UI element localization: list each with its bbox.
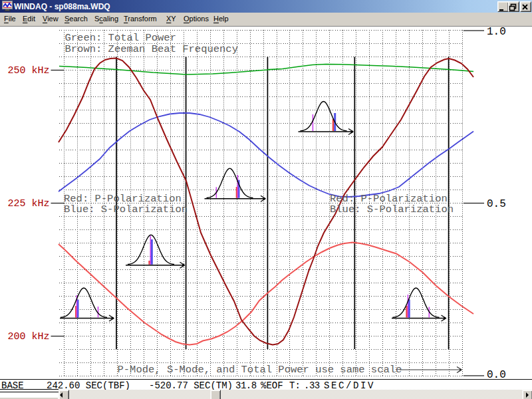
svg-text:0.5: 0.5 — [487, 198, 506, 210]
svg-text:1.0: 1.0 — [487, 26, 506, 38]
svg-text:Brown: Zeeman Beat Frequency: Brown: Zeeman Beat Frequency — [65, 43, 238, 55]
svg-text:P-Mode, S-Mode, and Total Powe: P-Mode, S-Mode, and Total Power use same… — [118, 364, 402, 376]
svg-text:Green: Total Power: Green: Total Power — [65, 32, 176, 44]
svg-text:Blue: S-Polarization: Blue: S-Polarization — [330, 203, 454, 215]
svg-text:250 kHz: 250 kHz — [8, 65, 50, 76]
svg-text:225 kHz: 225 kHz — [8, 198, 50, 209]
svg-text:200 kHz: 200 kHz — [8, 331, 50, 342]
svg-text:Blue: S-Polarization: Blue: S-Polarization — [64, 203, 188, 215]
